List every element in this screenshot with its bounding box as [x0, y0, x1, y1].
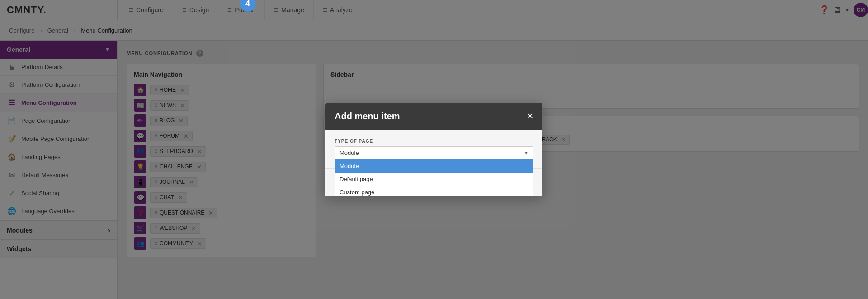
dropdown-selected-value: Module	[340, 150, 359, 156]
step-badge: 4	[240, 0, 256, 12]
modal-body: TYPE OF PAGE Module ▼ Module Default pag…	[326, 130, 542, 168]
type-of-page-dropdown-wrapper: Module ▼ Module Default page Custom page…	[335, 146, 533, 159]
modal-header: Add menu item ✕	[326, 103, 542, 130]
dropdown-menu: Module Default page Custom page Custom l…	[335, 159, 533, 196]
type-of-page-dropdown[interactable]: Module ▼	[335, 146, 533, 159]
modal-title: Add menu item	[335, 111, 400, 121]
dropdown-option-module[interactable]: Module	[335, 159, 533, 173]
type-of-page-label: TYPE OF PAGE	[335, 139, 533, 144]
add-menu-item-modal: Add menu item ✕ TYPE OF PAGE Module ▼ Mo…	[326, 103, 542, 196]
modal-close-button[interactable]: ✕	[527, 112, 533, 120]
dropdown-arrow-icon: ▼	[524, 150, 528, 155]
dropdown-option-custom-page[interactable]: Custom page	[335, 186, 533, 196]
modal-overlay: 4 Add menu item ✕ TYPE OF PAGE Module ▼ …	[0, 0, 868, 299]
dropdown-option-default-page[interactable]: Default page	[335, 173, 533, 186]
